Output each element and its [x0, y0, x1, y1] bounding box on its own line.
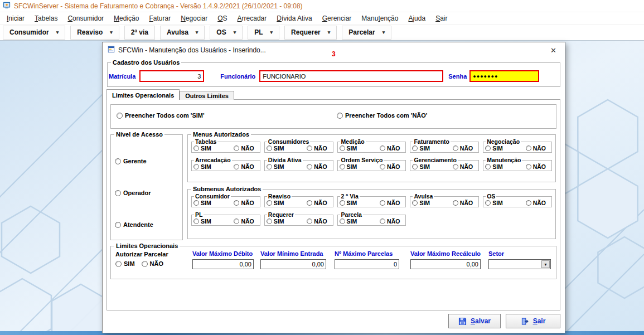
radio-icon	[526, 164, 531, 169]
radio-nao-consumidor[interactable]: NÃO	[234, 200, 254, 206]
menu-item-divida-ativa[interactable]: Dívida Ativa	[272, 13, 317, 24]
toolbar-button-2-via[interactable]: 2ª via	[124, 26, 155, 40]
radio-nao-arrecadacao[interactable]: NÃO	[234, 163, 254, 170]
toolbar-button-reaviso[interactable]: Reaviso▾	[70, 26, 119, 40]
radio-nao-parcela[interactable]: NÃO	[380, 218, 400, 225]
menu-item-medicao[interactable]: Medição	[109, 13, 144, 24]
radio-autorizar-nao[interactable]: NÃO	[142, 260, 163, 267]
toolbar-button-requerer[interactable]: Requerer▾	[284, 26, 337, 40]
radio-sim-ordem-servico[interactable]: SIM	[340, 163, 357, 170]
authorize-group-label: Reaviso	[267, 193, 292, 200]
radio-sim-arrecadacao[interactable]: SIM	[193, 163, 211, 170]
radio-sim-parcela[interactable]: SIM	[340, 218, 357, 225]
cadastro-legend: Cadastro dos Usuários	[111, 59, 181, 66]
radio-nivel-atendente[interactable]: Atendente	[115, 221, 182, 228]
menu-item-manutencao[interactable]: Manutenção	[356, 13, 403, 24]
salvar-button[interactable]: Salvar	[448, 314, 501, 328]
autorizar-parcelar-label: Autorizar Parcelar	[115, 251, 186, 258]
menu-item-gerenciar[interactable]: Gerenciar	[317, 13, 357, 24]
chevron-down-icon: ▾	[382, 30, 385, 35]
radio-label: NÃO	[314, 163, 327, 170]
funcionario-input[interactable]	[259, 70, 443, 82]
menu-item-os[interactable]: OS	[212, 13, 232, 24]
limit-field-input-valor-maximo-recalculo[interactable]	[410, 259, 481, 269]
menu-item-sair[interactable]: Sair	[430, 13, 452, 24]
radio-preencher-todos-sim[interactable]: Preencher Todos com 'SIM'	[117, 112, 205, 119]
radio-sim-faturamento[interactable]: SIM	[412, 145, 430, 152]
matricula-input[interactable]	[139, 70, 204, 82]
radio-label: NÃO	[387, 145, 400, 152]
radio-label: SIM	[347, 200, 357, 206]
radio-sim-consumidores[interactable]: SIM	[267, 145, 284, 152]
toolbar-button-os[interactable]: OS▾	[210, 26, 243, 40]
toolbar-button-avulsa[interactable]: Avulsa▾	[160, 26, 205, 40]
toolbar-button-label: Consumidor	[9, 28, 49, 36]
radio-preencher-todos-nao[interactable]: Preencher Todos com 'NÃO'	[337, 112, 427, 119]
radio-nivel-operador[interactable]: Operador	[115, 190, 182, 196]
radio-label: NÃO	[241, 163, 254, 170]
radio-nao-ordem-servico[interactable]: NÃO	[380, 163, 400, 170]
setor-group: Setor ▼	[488, 250, 551, 269]
radio-label: Preencher Todos com 'SIM'	[125, 112, 205, 119]
radio-nao-gerenciamento[interactable]: NÃO	[453, 163, 473, 170]
radio-label: SIM	[201, 218, 211, 225]
tab-limites-operacionais[interactable]: Limites Operacionais	[106, 89, 180, 100]
radio-sim-2-via[interactable]: SIM	[340, 200, 357, 206]
radio-nivel-gerente[interactable]: Gerente	[115, 158, 182, 164]
radio-nao-tabelas[interactable]: NÃO	[234, 145, 254, 152]
sair-button[interactable]: Sair	[506, 314, 560, 328]
toolbar-button-label: PL	[254, 28, 263, 36]
radio-sim-consumidor[interactable]: SIM	[193, 200, 211, 206]
menu-item-iniciar[interactable]: Iniciar	[2, 13, 30, 24]
radio-sim-divida-ativa[interactable]: SIM	[267, 163, 284, 170]
menu-item-negociar[interactable]: Negociar	[176, 13, 212, 24]
radio-nao-consumidores[interactable]: NÃO	[307, 145, 327, 152]
radio-nao-manutencao[interactable]: NÃO	[526, 163, 546, 170]
radio-sim-gerenciamento[interactable]: SIM	[412, 163, 430, 170]
radio-nao-requerer[interactable]: NÃO	[307, 218, 327, 225]
radio-sim-avulsa[interactable]: SIM	[412, 200, 430, 206]
radio-autorizar-sim[interactable]: SIM	[115, 260, 135, 267]
limit-field-input-valor-minimo-entrada[interactable]	[260, 259, 326, 269]
menu-item-ajuda[interactable]: Ajuda	[403, 13, 430, 24]
radio-sim-manutencao[interactable]: SIM	[485, 163, 503, 170]
radio-label: NÃO	[533, 145, 546, 152]
radio-icon	[193, 200, 199, 206]
close-icon[interactable]: ✕	[547, 46, 560, 55]
setor-select[interactable]: ▼	[488, 259, 551, 269]
radio-sim-negociacao[interactable]: SIM	[485, 145, 503, 152]
radio-sim-os[interactable]: SIM	[485, 200, 503, 206]
radio-icon	[337, 113, 343, 119]
radio-nao-medicao[interactable]: NÃO	[380, 145, 400, 152]
menu-item-faturar[interactable]: Faturar	[144, 13, 176, 24]
radio-sim-pl[interactable]: SIM	[193, 218, 211, 225]
toolbar-button-pl[interactable]: PL▾	[248, 26, 279, 40]
tab-outros-limites[interactable]: Outros Limites	[180, 91, 234, 100]
radio-nao-2-via[interactable]: NÃO	[380, 200, 400, 206]
authorize-group-os: OSSIMNÃO	[483, 193, 552, 207]
menu-item-tabelas[interactable]: Tabelas	[30, 13, 62, 24]
nivel-acesso-options: GerenteOperadorAtendente	[111, 138, 182, 228]
radio-nao-os[interactable]: NÃO	[526, 200, 546, 206]
radio-sim-medicao[interactable]: SIM	[340, 145, 357, 152]
senha-input[interactable]	[469, 70, 539, 82]
radio-label: SIM	[124, 260, 135, 267]
limit-field-input-valor-maximo-debito[interactable]	[192, 259, 254, 269]
limites-operacionais-groupbox: Limites Operacionais Autorizar Parcelar …	[110, 242, 556, 279]
app-title: SFCWinServer - Sistema de Faturamento e …	[14, 2, 303, 10]
toolbar-button-consumidor[interactable]: Consumidor▾	[3, 26, 65, 40]
radio-sim-tabelas[interactable]: SIM	[193, 145, 211, 152]
radio-nao-avulsa[interactable]: NÃO	[453, 200, 473, 206]
dialog-buttons: Salvar Sair	[448, 314, 560, 328]
menu-item-consumidor[interactable]: Consumidor	[62, 13, 109, 24]
radio-sim-reaviso[interactable]: SIM	[267, 200, 284, 206]
radio-nao-pl[interactable]: NÃO	[234, 218, 254, 225]
radio-nao-negociacao[interactable]: NÃO	[526, 145, 546, 152]
radio-nao-faturamento[interactable]: NÃO	[453, 145, 473, 152]
toolbar-button-parcelar[interactable]: Parcelar▾	[342, 26, 391, 40]
radio-nao-reaviso[interactable]: NÃO	[307, 200, 327, 206]
radio-nao-divida-ativa[interactable]: NÃO	[307, 163, 327, 170]
menu-item-arrecadar[interactable]: Arrecadar	[233, 13, 272, 24]
limit-field-input-n-maximo-parcelas[interactable]	[335, 259, 399, 269]
radio-sim-requerer[interactable]: SIM	[267, 218, 284, 225]
